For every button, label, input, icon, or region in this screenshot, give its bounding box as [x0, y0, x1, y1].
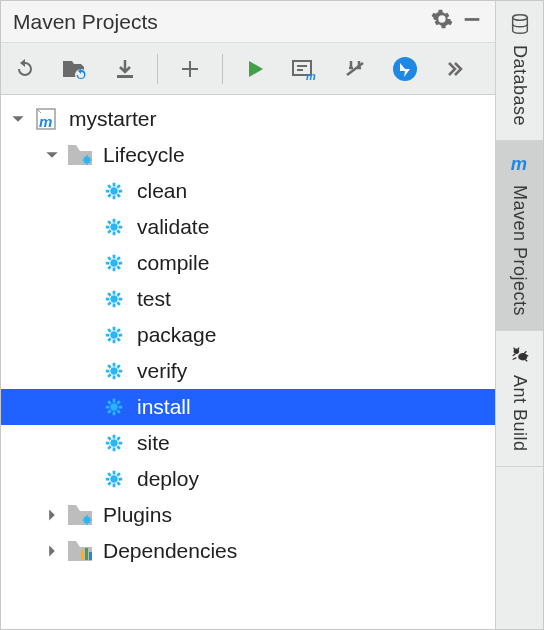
- chevron-down-icon: [43, 146, 61, 164]
- lifecycle-goal-compile[interactable]: compile: [1, 245, 495, 281]
- side-tab-label: Ant Build: [509, 375, 530, 452]
- panel-title-bar: Maven Projects: [1, 1, 495, 43]
- svg-text:m: m: [306, 70, 316, 81]
- lifecycle-goal-label: install: [137, 395, 191, 419]
- side-tab-database[interactable]: Database: [496, 1, 543, 141]
- lifecycle-goal-label: test: [137, 287, 171, 311]
- side-tab-label: Maven Projects: [509, 185, 530, 316]
- execute-goal-button[interactable]: m: [287, 51, 323, 87]
- chevron-right-icon: [43, 542, 61, 560]
- tree-plugins-label: Plugins: [103, 503, 172, 527]
- svg-point-12: [110, 295, 117, 302]
- lifecycle-goal-label: compile: [137, 251, 209, 275]
- svg-point-22: [512, 15, 527, 21]
- lifecycle-goal-label: site: [137, 431, 170, 455]
- folder-gear-icon: [67, 502, 93, 528]
- maven-projects-panel: Maven Projects m: [1, 1, 495, 629]
- settings-button[interactable]: [427, 8, 457, 35]
- tree-plugins-node[interactable]: Plugins: [1, 497, 495, 533]
- tree-lifecycle-label: Lifecycle: [103, 143, 185, 167]
- svg-text:m: m: [510, 153, 526, 174]
- maven-icon: m: [509, 151, 531, 177]
- svg-point-11: [110, 259, 117, 266]
- chevron-right-icon: [43, 506, 61, 524]
- toolbar-separator: [157, 54, 158, 84]
- gear-icon: [101, 358, 127, 384]
- minimize-button[interactable]: [457, 8, 487, 35]
- gear-icon: [101, 286, 127, 312]
- svg-rect-0: [465, 18, 480, 21]
- tree-project-node[interactable]: m mystarter: [1, 101, 495, 137]
- tree-project-label: mystarter: [69, 107, 157, 131]
- lifecycle-goal-site[interactable]: site: [1, 425, 495, 461]
- panel-title: Maven Projects: [13, 10, 158, 34]
- lifecycle-goal-label: clean: [137, 179, 187, 203]
- folder-gear-icon: [67, 142, 93, 168]
- side-tab-ant-build[interactable]: Ant Build: [496, 331, 543, 467]
- svg-rect-21: [89, 552, 92, 560]
- database-icon: [509, 11, 531, 37]
- lifecycle-goal-verify[interactable]: verify: [1, 353, 495, 389]
- side-tab-strip: Database m Maven Projects Ant Build: [495, 1, 543, 629]
- gear-icon: [101, 430, 127, 456]
- maven-module-icon: m: [33, 106, 59, 132]
- lifecycle-goal-label: verify: [137, 359, 187, 383]
- side-tab-maven-projects[interactable]: m Maven Projects: [496, 141, 543, 331]
- lifecycle-goal-clean[interactable]: clean: [1, 173, 495, 209]
- gear-icon: [101, 214, 127, 240]
- svg-point-13: [110, 331, 117, 338]
- lifecycle-goal-label: deploy: [137, 467, 199, 491]
- ant-icon: [509, 341, 531, 367]
- tree-dependencies-node[interactable]: Dependencies: [1, 533, 495, 569]
- refresh-button[interactable]: [7, 51, 43, 87]
- lifecycle-goal-label: validate: [137, 215, 209, 239]
- toolbar-separator: [222, 54, 223, 84]
- more-toolbar-button[interactable]: [437, 51, 473, 87]
- side-tab-label: Database: [509, 45, 530, 126]
- tree-dependencies-label: Dependencies: [103, 539, 237, 563]
- svg-point-15: [110, 403, 117, 410]
- svg-rect-2: [117, 75, 133, 78]
- lifecycle-goal-test[interactable]: test: [1, 281, 495, 317]
- reimport-button[interactable]: [57, 51, 93, 87]
- lifecycle-goal-deploy[interactable]: deploy: [1, 461, 495, 497]
- svg-point-14: [110, 367, 117, 374]
- lifecycle-goal-package[interactable]: package: [1, 317, 495, 353]
- svg-point-9: [110, 187, 117, 194]
- gear-icon: [101, 394, 127, 420]
- download-sources-button[interactable]: [107, 51, 143, 87]
- gear-icon: [101, 322, 127, 348]
- svg-point-17: [110, 475, 117, 482]
- svg-rect-19: [81, 550, 84, 560]
- lifecycle-goal-validate[interactable]: validate: [1, 209, 495, 245]
- toolbar: m: [1, 43, 495, 95]
- lifecycle-goal-install[interactable]: install: [1, 389, 495, 425]
- add-project-button[interactable]: [172, 51, 208, 87]
- svg-text:m: m: [39, 113, 52, 130]
- gear-icon: [101, 466, 127, 492]
- svg-point-16: [110, 439, 117, 446]
- gear-icon: [101, 178, 127, 204]
- chevron-down-icon: [9, 110, 27, 128]
- toggle-offline-button[interactable]: [337, 51, 373, 87]
- svg-point-10: [110, 223, 117, 230]
- svg-rect-20: [85, 548, 88, 560]
- skip-tests-button[interactable]: [387, 51, 423, 87]
- run-button[interactable]: [237, 51, 273, 87]
- project-tree: m mystarter Lifecycle clean validate: [1, 95, 495, 629]
- svg-point-25: [518, 353, 527, 360]
- tree-lifecycle-node[interactable]: Lifecycle: [1, 137, 495, 173]
- folder-lib-icon: [67, 538, 93, 564]
- gear-icon: [101, 250, 127, 276]
- lifecycle-goal-label: package: [137, 323, 216, 347]
